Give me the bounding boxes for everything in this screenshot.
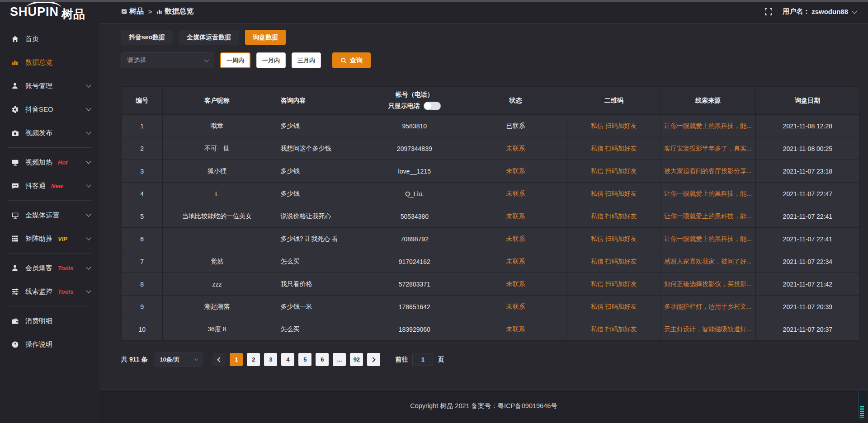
table-row: 6 多少钱? 让我死心 看 70898792 未联系 私信 扫码加好友 让你一眼… bbox=[122, 228, 860, 250]
qrcode-link[interactable]: 私信 扫码加好友 bbox=[567, 205, 660, 228]
page-button-92[interactable]: 92 bbox=[350, 353, 363, 366]
source-link[interactable]: 让你一眼就爱上的黑科技，能... bbox=[660, 205, 756, 228]
sidebar-item-omnimedia[interactable]: 全媒体运营 bbox=[0, 203, 99, 227]
breadcrumb-label: 树品 bbox=[129, 7, 144, 16]
user-menu[interactable]: 用户名： zswodun88 bbox=[783, 7, 856, 16]
account-select[interactable]: 请选择 bbox=[121, 52, 214, 68]
sidebar-divider bbox=[8, 253, 91, 254]
breadcrumb-current[interactable]: 数据总览 bbox=[156, 7, 193, 16]
sidebar-item-lead-monitor[interactable]: 线索监控 Tools bbox=[0, 280, 99, 303]
cell-nickname: 哦章 bbox=[163, 115, 271, 137]
cell-content: 我想问这个多少钱 bbox=[271, 137, 365, 160]
sidebar-item-label: 账号管理 bbox=[25, 82, 52, 90]
tab-douyin-seo-data[interactable]: 抖音seo数据 bbox=[121, 30, 173, 45]
status-badge: 未联系 bbox=[464, 183, 567, 205]
source-link[interactable]: 让你一眼就爱上的黑科技，能... bbox=[660, 115, 756, 137]
qrcode-link[interactable]: 私信 扫码加好友 bbox=[567, 250, 660, 273]
range-week-button[interactable]: 一周内 bbox=[220, 52, 250, 68]
vip-badge: VIP bbox=[58, 235, 67, 242]
video-publish-icon bbox=[11, 129, 19, 137]
page-button-3[interactable]: 3 bbox=[264, 353, 277, 366]
tools-badge: Tools bbox=[58, 288, 73, 295]
qrcode-link[interactable]: 私信 扫码加好友 bbox=[567, 183, 660, 205]
qrcode-link[interactable]: 私信 扫码加好友 bbox=[567, 115, 660, 137]
source-link[interactable]: 客厅安装投影半年多了，真实... bbox=[660, 137, 756, 160]
sidebar-item-douyin-seo[interactable]: 抖音SEO bbox=[0, 98, 99, 121]
cell-date: 2021-11-07 22:41 bbox=[755, 205, 859, 228]
content: 抖音seo数据 全媒体运营数据 询盘数据 请选择 一周内 一月内 三月内 查询 bbox=[99, 24, 868, 390]
page-button-6[interactable]: 6 bbox=[316, 353, 329, 366]
range-quarter-button[interactable]: 三月内 bbox=[292, 52, 321, 68]
phone-only-toggle[interactable] bbox=[424, 102, 441, 110]
main-area: 树品 > 数据总览 用户名： zswodun88 bbox=[99, 0, 868, 423]
sidebar-item-account-management[interactable]: 账号管理 bbox=[0, 74, 99, 98]
qrcode-link[interactable]: 私信 扫码加好友 bbox=[567, 296, 660, 318]
page-button-2[interactable]: 2 bbox=[247, 353, 260, 366]
table-row: 4 L 多少钱 Q_Liu. 未联系 私信 扫码加好友 让你一眼就爱上的黑科技，… bbox=[122, 183, 860, 205]
tab-inquiry-data[interactable]: 询盘数据 bbox=[245, 30, 286, 45]
cell-no: 7 bbox=[122, 250, 163, 273]
sidebar-item-help[interactable]: 操作说明 bbox=[0, 333, 99, 356]
chevron-down-icon bbox=[852, 9, 857, 14]
new-badge: New bbox=[51, 183, 63, 189]
sidebar-item-label: 消费明细 bbox=[25, 317, 52, 325]
sidebar-item-video-heat[interactable]: 视频加热 Hot bbox=[0, 150, 99, 174]
chevron-down-icon bbox=[204, 57, 209, 62]
status-badge: 未联系 bbox=[464, 250, 567, 273]
source-link[interactable]: 感谢大家喜欢我家，被问了好... bbox=[660, 250, 756, 273]
cell-no: 8 bbox=[122, 273, 163, 296]
table-row: 8 zzz 我只看价格 572803371 未联系 私信 扫码加好友 如何正确选… bbox=[122, 273, 860, 296]
page-button-5[interactable]: 5 bbox=[298, 353, 311, 366]
data-tabs: 抖音seo数据 全媒体运营数据 询盘数据 bbox=[121, 30, 860, 45]
col-content: 咨询内容 bbox=[271, 87, 365, 115]
breadcrumb-root[interactable]: 树品 bbox=[121, 7, 144, 16]
fullscreen-icon[interactable] bbox=[764, 8, 773, 16]
cell-account: 572803371 bbox=[365, 273, 464, 296]
sidebar-item-home[interactable]: 首页 bbox=[0, 27, 99, 51]
sidebar-item-doukotong[interactable]: 抖客通 New bbox=[0, 174, 99, 197]
source-link[interactable]: 如何正确选择投影仪，买投影... bbox=[660, 273, 756, 296]
goto-label: 前往 bbox=[395, 356, 408, 364]
board-icon bbox=[121, 9, 127, 14]
chevron-down-icon bbox=[86, 235, 91, 240]
chevron-down-icon bbox=[86, 212, 91, 216]
sidebar-item-member-leads[interactable]: 会员爆客 Tools bbox=[0, 256, 99, 280]
qrcode-link[interactable]: 私信 扫码加好友 bbox=[567, 160, 660, 183]
goto-page-input[interactable]: 1 bbox=[412, 353, 433, 366]
qrcode-link[interactable]: 私信 扫码加好友 bbox=[567, 273, 660, 296]
next-page-button[interactable] bbox=[367, 353, 380, 366]
chevron-down-icon bbox=[86, 264, 91, 269]
page-size-select[interactable]: 10条/页 bbox=[155, 352, 203, 367]
cell-no: 2 bbox=[122, 137, 163, 160]
sidebar-divider bbox=[8, 306, 91, 306]
cell-nickname: 狐小狸 bbox=[163, 160, 271, 183]
search-button[interactable]: 查询 bbox=[332, 52, 371, 68]
sidebar-item-label: 数据总览 bbox=[25, 58, 52, 67]
page-button-4[interactable]: 4 bbox=[281, 353, 294, 366]
prev-page-button[interactable] bbox=[212, 353, 226, 366]
source-link[interactable]: 多功能护栏灯，适用于乡村文... bbox=[660, 296, 756, 318]
cell-no: 9 bbox=[122, 296, 163, 318]
source-link[interactable]: 让你一眼就爱上的黑科技，能... bbox=[660, 228, 756, 250]
sidebar-item-data-overview[interactable]: 数据总览 bbox=[0, 51, 99, 74]
status-badge: 未联系 bbox=[464, 273, 567, 296]
source-link[interactable]: 被大家追着问的客厅投影分享... bbox=[660, 160, 756, 183]
source-link[interactable]: 无主灯设计，智能磁吸轨道灯... bbox=[660, 318, 756, 341]
sidebar-item-spend-details[interactable]: 消费明细 bbox=[0, 309, 99, 333]
chevron-down-icon bbox=[194, 357, 198, 360]
qrcode-link[interactable]: 私信 扫码加好友 bbox=[567, 137, 660, 160]
qrcode-link[interactable]: 私信 扫码加好友 bbox=[567, 228, 660, 250]
home-icon bbox=[11, 35, 19, 43]
col-account-label: 帐号（电话） bbox=[396, 91, 434, 99]
page-button-1[interactable]: 1 bbox=[230, 353, 243, 366]
status-badge: 未联系 bbox=[464, 228, 567, 250]
sidebar-item-matrix-boost[interactable]: 矩阵助推 VIP bbox=[0, 227, 99, 250]
qrcode-link[interactable]: 私信 扫码加好友 bbox=[567, 318, 660, 341]
range-month-button[interactable]: 一月内 bbox=[256, 52, 286, 68]
cell-account: love__1215 bbox=[365, 160, 464, 183]
sidebar-item-video-publish[interactable]: 视频发布 bbox=[0, 121, 99, 145]
source-link[interactable]: 让你一眼就爱上的黑科技，能... bbox=[660, 183, 756, 205]
more-pages-button[interactable]: ... bbox=[333, 353, 346, 366]
cell-content: 说说价格让我死心 bbox=[271, 205, 365, 228]
tab-omnimedia-data[interactable]: 全媒体运营数据 bbox=[179, 30, 239, 45]
